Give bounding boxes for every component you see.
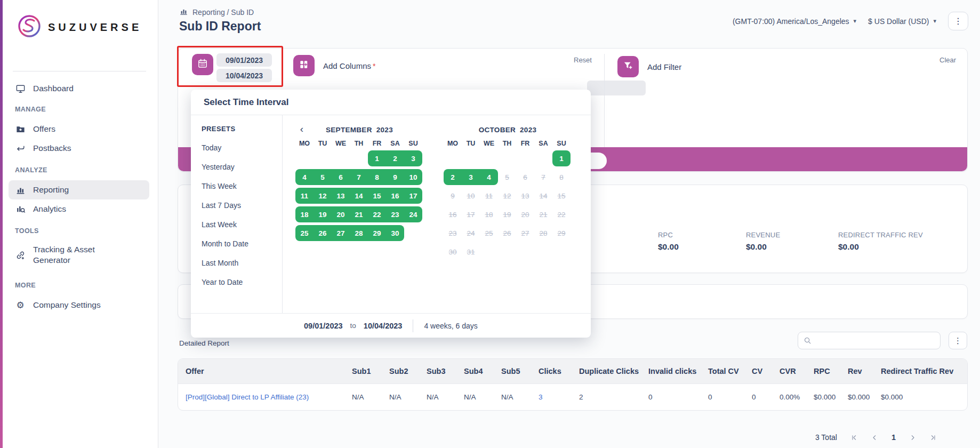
calendar-day-15[interactable]: 15: [368, 188, 386, 204]
calendar-day-6[interactable]: 6: [332, 169, 350, 185]
calendar-day-30[interactable]: 30: [386, 225, 404, 241]
breadcrumb[interactable]: Reporting / Sub ID: [179, 7, 254, 18]
add-columns-label[interactable]: Add Columns*: [323, 61, 376, 70]
calendar-day-21[interactable]: 21: [350, 206, 368, 222]
calendar-day-19[interactable]: 19: [314, 206, 332, 222]
calendar-day-20: 20: [516, 206, 534, 222]
preset-month-to-date[interactable]: Month to Date: [202, 234, 282, 253]
calendar-day-20[interactable]: 20: [332, 206, 350, 222]
calendar-day-28[interactable]: 28: [350, 225, 368, 241]
previous-month-button[interactable]: ‹: [296, 123, 307, 135]
calendar-day-16[interactable]: 16: [386, 188, 404, 204]
table-header-sub3[interactable]: Sub3: [423, 359, 461, 383]
sidebar-item-dashboard[interactable]: Dashboard: [9, 79, 149, 98]
calendar-day-23[interactable]: 23: [386, 206, 404, 222]
logo[interactable]: SUZUVERSE: [17, 14, 142, 41]
previous-page-button[interactable]: [871, 434, 879, 442]
calendar-day-18[interactable]: 18: [295, 206, 314, 222]
next-page-button[interactable]: [909, 434, 917, 442]
calendar-day-17[interactable]: 17: [404, 188, 422, 204]
calendar-day-3[interactable]: 3: [462, 169, 480, 185]
date-end-chip[interactable]: 10/04/2023: [216, 69, 272, 82]
calendar-day-10[interactable]: 10: [404, 169, 422, 185]
timezone-dropdown[interactable]: (GMT-07:00) America/Los_Angeles ▾: [733, 17, 856, 26]
calendar-day-11[interactable]: 11: [295, 188, 314, 204]
calendar-day-4[interactable]: 4: [480, 169, 498, 185]
calendar-day-14[interactable]: 14: [350, 188, 368, 204]
sidebar-item-postbacks[interactable]: Postbacks: [9, 139, 149, 158]
calendar-day-9[interactable]: 9: [386, 169, 404, 185]
preset-this-week[interactable]: This Week: [202, 177, 282, 196]
table-header-invalid-clicks[interactable]: Invalid clicks: [645, 359, 705, 383]
table-header-cv[interactable]: CV: [749, 359, 776, 383]
table-header-clicks[interactable]: Clicks: [535, 359, 576, 383]
preset-yesterday[interactable]: Yesterday: [202, 157, 282, 177]
table-header-cvr[interactable]: CVR: [776, 359, 810, 383]
calendar-day-2[interactable]: 2: [386, 150, 404, 166]
sidebar-item-reporting[interactable]: Reporting: [9, 180, 149, 199]
table-header-rev[interactable]: Rev: [845, 359, 878, 383]
table-header-sub5[interactable]: Sub5: [498, 359, 535, 383]
table-header-redirect-traffic-rev[interactable]: Redirect Traffic Rev: [878, 359, 967, 383]
preset-last-week[interactable]: Last Week: [202, 215, 282, 234]
reset-button[interactable]: Reset: [574, 56, 592, 64]
calendar-day-12[interactable]: 12: [314, 188, 332, 204]
required-asterisk: *: [373, 62, 375, 70]
selected-column-chip[interactable]: [587, 81, 646, 95]
add-columns-button[interactable]: [293, 55, 315, 76]
clear-button[interactable]: Clear: [939, 56, 956, 64]
table-header-duplicate-clicks[interactable]: Duplicate Clicks: [576, 359, 645, 383]
current-page[interactable]: 1: [891, 433, 896, 442]
last-page-button[interactable]: [929, 434, 937, 442]
calendar-icon: [197, 58, 208, 71]
sidebar-item-company-settings[interactable]: ⚙Company Settings: [9, 295, 149, 315]
table-header-offer[interactable]: Offer: [178, 359, 349, 383]
preset-year-to-date[interactable]: Year to Date: [202, 273, 282, 292]
table-header-sub1[interactable]: Sub1: [349, 359, 386, 383]
table-search[interactable]: [798, 332, 941, 349]
calendar-day-7[interactable]: 7: [350, 169, 368, 185]
table-header-sub4[interactable]: Sub4: [461, 359, 498, 383]
calendar-day-1[interactable]: 1: [368, 150, 386, 166]
preset-last-month[interactable]: Last Month: [202, 253, 282, 273]
footer-end-date[interactable]: 10/04/2023: [364, 322, 403, 330]
footer-start-date[interactable]: 09/01/2023: [304, 322, 343, 330]
table-header-sub2[interactable]: Sub2: [386, 359, 423, 383]
calendar-day-23: 23: [444, 225, 462, 241]
calendar-day-5[interactable]: 5: [314, 169, 332, 185]
add-filter-button[interactable]: [617, 56, 639, 77]
calendar-day-13[interactable]: 13: [332, 188, 350, 204]
calendar-day-22[interactable]: 22: [368, 206, 386, 222]
calendar-day-1[interactable]: 1: [552, 150, 571, 166]
currency-dropdown[interactable]: $ US Dollar (USD) ▾: [868, 17, 936, 26]
table-header-total-cv[interactable]: Total CV: [705, 359, 749, 383]
calendar-day-2[interactable]: 2: [444, 169, 462, 185]
sidebar-item-tracking-asset-generator[interactable]: Tracking & Asset Generator: [9, 241, 149, 269]
first-page-button[interactable]: [850, 434, 858, 442]
date-start-chip[interactable]: 09/01/2023: [216, 53, 272, 67]
table-header-rpc[interactable]: RPC: [810, 359, 845, 383]
header-kebab-menu-button[interactable]: ⋮: [948, 12, 968, 30]
search-input[interactable]: [816, 337, 940, 345]
preset-last-7-days[interactable]: Last 7 Days: [202, 196, 282, 215]
calendar-day-8[interactable]: 8: [368, 169, 386, 185]
calendar-day-4[interactable]: 4: [295, 169, 314, 185]
calendar-day-empty: [462, 150, 480, 166]
calendar-day-24[interactable]: 24: [404, 206, 422, 222]
calendar-day-27: 27: [516, 225, 534, 241]
calendar-day-28: 28: [534, 225, 552, 241]
sidebar-item-analytics[interactable]: Analytics: [9, 199, 149, 219]
calendar-day-27[interactable]: 27: [332, 225, 350, 241]
weekday-label: TH: [350, 137, 368, 150]
add-filter-label[interactable]: Add Filter: [647, 62, 681, 71]
preset-today[interactable]: Today: [202, 138, 282, 157]
table-cell[interactable]: 3: [535, 384, 576, 410]
offer-link[interactable]: [Prod][Global] Direct to LP Affiliate (2…: [178, 384, 349, 410]
calendar-day-25[interactable]: 25: [295, 225, 314, 241]
calendar-day-3[interactable]: 3: [404, 150, 422, 166]
sidebar-item-offers[interactable]: Offers: [9, 119, 149, 139]
table-kebab-menu-button[interactable]: ⋮: [949, 332, 967, 349]
calendar-day-29[interactable]: 29: [368, 225, 386, 241]
calendar-day-26[interactable]: 26: [314, 225, 332, 241]
date-range-button[interactable]: [192, 54, 213, 75]
